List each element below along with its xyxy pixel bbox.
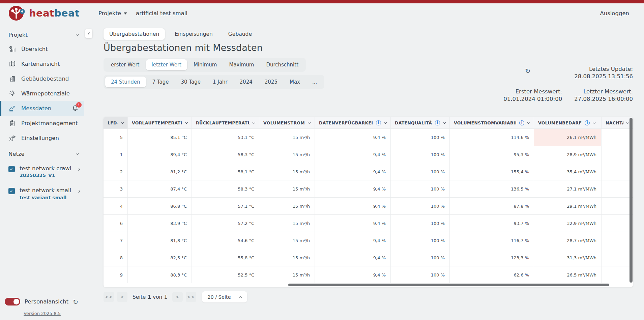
network-variant[interactable]: test variant small (20, 195, 71, 200)
personal-view-toggle[interactable] (5, 298, 20, 306)
cell-lfd-nr: 5 (104, 129, 128, 146)
notification-bell-icon[interactable]: ! (71, 105, 79, 112)
cell-volumenstrom: 15 m³/h (259, 249, 315, 266)
sort-chevron-icon[interactable] (308, 121, 311, 123)
sort-chevron-icon[interactable] (121, 121, 124, 123)
filter-2025[interactable]: 2025 (259, 77, 283, 87)
sidebar-item-messdaten[interactable]: Messdaten ! (0, 101, 84, 116)
sort-chevron-icon[interactable] (593, 121, 595, 123)
sidebar-item-uebersicht[interactable]: Übersicht (0, 41, 84, 56)
prev-page-button[interactable]: < (117, 292, 127, 302)
filter-erster-wert[interactable]: erster Wert (105, 59, 145, 70)
network-checkbox[interactable] (8, 188, 15, 194)
page-of-label: von 1 (153, 294, 167, 300)
sidebar-collapse-button[interactable] (85, 29, 92, 38)
sidebar-item-gebaeudebestand[interactable]: Gebäudebestand (0, 71, 84, 86)
next-page-button[interactable]: > (172, 292, 183, 302)
column-header-label: VOLUMENSTROMVARIABILITÄT (454, 120, 516, 125)
column-header[interactable]: NACHTABSENKUNG (602, 117, 633, 128)
column-header[interactable]: VORLAUFTEMPERATUR (128, 117, 192, 128)
network-checkbox[interactable] (8, 166, 15, 172)
table-row: 6 83,9 °C 57,2 °C 15 m³/h 9,4 % 100 % 93… (104, 214, 633, 232)
sidebar-item-einstellungen[interactable]: Einstellungen (0, 130, 84, 145)
cell-vorlauftemperatur: 82,5 °C (128, 249, 192, 266)
filter-2024[interactable]: 2024 (234, 77, 258, 87)
sort-chevron-icon[interactable] (185, 121, 188, 123)
sort-chevron-icon[interactable] (443, 121, 446, 123)
filter-maximum[interactable]: Maximum (223, 59, 260, 70)
cell-datenqualitaet: 100 % (391, 129, 450, 146)
network-variant[interactable]: 20250325_V1 (20, 173, 71, 178)
sort-chevron-icon[interactable] (253, 121, 255, 123)
tab-gebaeude[interactable]: Gebäude (223, 28, 258, 40)
info-icon[interactable] (435, 120, 440, 125)
heatbeat-logo[interactable]: heatbeat (8, 4, 80, 22)
chevron-right-icon[interactable] (77, 190, 80, 193)
sidebar-item-label: Einstellungen (21, 135, 59, 141)
column-header[interactable]: LFD-NR (104, 117, 128, 128)
filter-30-tage[interactable]: 30 Tage (175, 77, 206, 87)
filter-24-stunden[interactable]: 24 Stunden (105, 77, 146, 87)
cell-volumenbedarf: 26,1 m³/MWh (534, 129, 602, 146)
sidebar-item-label: Messdaten (21, 105, 51, 112)
filter-letzter-wert[interactable]: letzter Wert (146, 59, 187, 70)
logout-button[interactable]: Ausloggen (600, 10, 629, 17)
table-body: 5 85,1 °C 53,1 °C 15 m³/h 9,4 % 100 % 11… (104, 128, 633, 283)
projects-menu[interactable]: Projekte (98, 10, 127, 17)
last-update-value: 28.08.2025 13:51:56 (574, 73, 633, 80)
chevron-right-icon[interactable] (77, 168, 80, 171)
cell-lfd-nr: 1 (104, 146, 128, 163)
tab-einspeisungen[interactable]: Einspeisungen (169, 28, 218, 40)
filter-minimum[interactable]: Minimum (188, 59, 223, 70)
filter-durchschnitt[interactable]: Durchschnitt (260, 59, 304, 70)
column-header[interactable]: VOLUMENSTROMVARIABILITÄT (450, 117, 534, 128)
sidebar-item-waermepotenziale[interactable]: Wärmepotenziale (0, 86, 84, 101)
tab-uebergabestationen[interactable]: Übergabestationen (104, 28, 165, 40)
cell-nachtabsenkung (602, 215, 633, 232)
sidebar-item-label: Gebäudebestand (21, 76, 69, 82)
cell-volumenstrom: 15 m³/h (259, 146, 315, 163)
network-item-small[interactable]: test network small test variant small (0, 182, 84, 204)
sort-chevron-icon[interactable] (626, 121, 629, 123)
cell-lfd-nr: 3 (104, 180, 128, 197)
filter-7-tage[interactable]: 7 Tage (147, 77, 175, 87)
cell-volumenbedarf: 32,9 m³/MWh (534, 215, 602, 232)
sidebar-item-kartenansicht[interactable]: Kartenansicht (0, 56, 84, 71)
cell-volumenstrom: 15 m³/h (259, 232, 315, 249)
version-link[interactable]: Version 2025.8.5 (0, 311, 84, 316)
last-measure-label: Letzter Messwert: (574, 88, 633, 95)
info-icon[interactable] (585, 120, 590, 125)
page-label: Seite (133, 294, 146, 300)
sort-chevron-icon[interactable] (527, 121, 530, 123)
filter-1-jahr[interactable]: 1 Jahr (207, 77, 233, 87)
vertical-scrollbar-thumb[interactable] (630, 118, 633, 283)
refresh-icon[interactable] (73, 298, 78, 306)
filter-more[interactable]: ... (306, 77, 323, 87)
sort-chevron-icon[interactable] (384, 121, 387, 123)
column-header[interactable]: RÜCKLAUFTEMPERATUR (192, 117, 259, 128)
horizontal-scrollbar-thumb[interactable] (288, 284, 609, 286)
sidebar-section-netze[interactable]: Netze (0, 147, 84, 161)
last-update-label: Letztes Update: (574, 65, 633, 73)
cell-lfd-nr: 2 (104, 163, 128, 180)
column-header[interactable]: VOLUMENSTROM (259, 117, 315, 128)
page-size-select[interactable]: 20 / Seite (202, 291, 247, 302)
cell-vorlauftemperatur: 81,8 °C (128, 232, 192, 249)
cell-volumenstrom: 15 m³/h (259, 215, 315, 232)
info-icon[interactable] (519, 120, 524, 125)
column-header[interactable]: DATENVERFÜGBARKEIT (315, 117, 391, 128)
cell-volumenstrom: 15 m³/h (259, 198, 315, 214)
filter-max[interactable]: Max (284, 77, 306, 87)
last-page-button[interactable]: >> (186, 292, 196, 302)
sidebar-section-projekt[interactable]: Projekt (0, 28, 84, 41)
first-page-button[interactable]: << (104, 292, 114, 302)
info-icon[interactable] (376, 120, 381, 125)
horizontal-scrollbar[interactable] (104, 283, 633, 287)
cell-datenverfuegbarkeit: 9,4 % (315, 232, 391, 249)
column-header[interactable]: VOLUMENBEDARF (534, 117, 602, 128)
cell-volumenstrom: 15 m³/h (259, 163, 315, 180)
sidebar-item-projektmanagement[interactable]: Projektmanagement (0, 116, 84, 130)
network-item-crawl[interactable]: test network crawl 20250325_V1 (0, 161, 84, 182)
column-header[interactable]: DATENQUALITÄT (391, 117, 450, 128)
refresh-data-icon[interactable] (525, 67, 530, 76)
